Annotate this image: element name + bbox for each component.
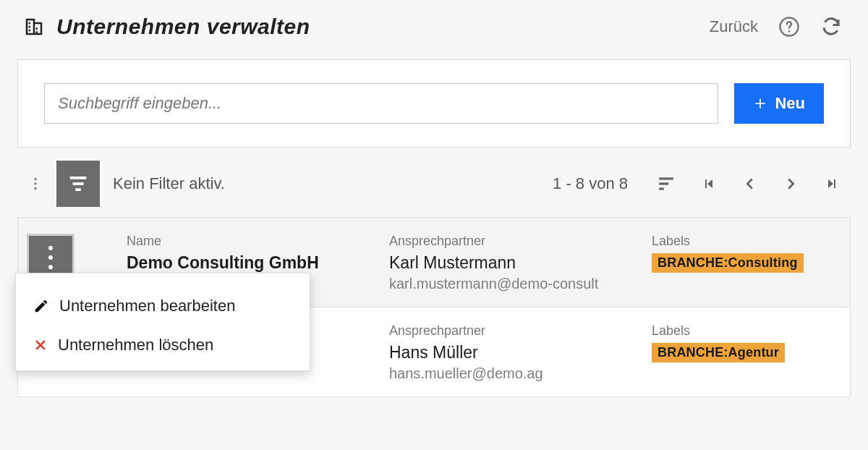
search-row: Neu: [18, 60, 850, 147]
svg-point-12: [48, 255, 53, 260]
prev-page-icon[interactable]: [742, 176, 758, 192]
search-input[interactable]: [44, 83, 718, 124]
sort-icon[interactable]: [657, 175, 676, 192]
contact-cell: Ansprechpartner Hans Müller hans.mueller…: [389, 323, 652, 382]
edit-company-label: Unternehmen bearbeiten: [59, 297, 235, 315]
svg-point-2: [34, 178, 37, 181]
column-label-contact: Ansprechpartner: [389, 323, 652, 339]
edit-company-item[interactable]: Unternehmen bearbeiten: [16, 286, 310, 326]
svg-rect-9: [659, 182, 668, 184]
close-icon: [33, 338, 48, 352]
svg-rect-6: [73, 182, 84, 185]
next-page-icon[interactable]: [783, 176, 799, 192]
pager-text: 1 - 8 von 8: [553, 174, 628, 193]
svg-point-13: [48, 265, 53, 269]
last-page-icon[interactable]: [823, 175, 841, 192]
svg-point-4: [34, 187, 37, 190]
more-vert-icon[interactable]: [27, 176, 43, 192]
labels-cell: Labels BRANCHE:Consulting: [652, 234, 840, 292]
page-header: Unternehmen verwalten Zurück: [0, 0, 868, 45]
label-tag: BRANCHE:Consulting: [652, 253, 804, 273]
page-header-left: Unternehmen verwalten: [23, 14, 310, 39]
column-label-labels: Labels: [652, 323, 840, 339]
svg-point-1: [788, 30, 791, 33]
column-label-name: Name: [127, 234, 389, 249]
delete-company-item[interactable]: Unternehmen löschen: [16, 326, 310, 365]
page-title: Unternehmen verwalten: [56, 14, 310, 39]
svg-rect-5: [70, 177, 87, 179]
page-header-right: Zurück: [710, 16, 842, 38]
plus-icon: [753, 96, 767, 111]
help-icon[interactable]: [778, 16, 800, 38]
edit-icon: [33, 298, 49, 314]
contact-email: hans.mueller@demo.ag: [389, 365, 652, 382]
back-link[interactable]: Zurück: [710, 17, 758, 36]
company-list: Name Demo Consulting GmbH Ansprechpartne…: [17, 217, 851, 397]
contact-email: karl.mustermann@demo-consult: [389, 276, 652, 292]
column-label-contact: Ansprechpartner: [389, 234, 652, 249]
label-tag: BRANCHE:Agentur: [652, 343, 785, 362]
svg-rect-10: [659, 187, 664, 190]
column-label-labels: Labels: [652, 234, 840, 249]
refresh-icon[interactable]: [820, 16, 842, 38]
new-button[interactable]: Neu: [734, 83, 824, 124]
list-toolbar: Kein Filter aktiv. 1 - 8 von 8: [17, 158, 851, 210]
contact-name: Karl Mustermann: [389, 253, 652, 273]
toolbar-right: 1 - 8 von 8: [553, 174, 841, 193]
toolbar-left: Kein Filter aktiv.: [27, 161, 225, 207]
svg-point-3: [34, 182, 37, 185]
svg-rect-8: [659, 177, 673, 179]
new-button-label: Neu: [775, 94, 805, 113]
first-page-icon[interactable]: [700, 175, 718, 192]
labels-cell: Labels BRANCHE:Agentur: [652, 323, 840, 382]
search-panel: Neu: [17, 59, 851, 148]
row-context-menu: Unternehmen bearbeiten Unternehmen lösch…: [15, 273, 310, 371]
contact-name: Hans Müller: [389, 343, 652, 362]
delete-company-label: Unternehmen löschen: [58, 336, 213, 355]
building-icon: [23, 16, 45, 38]
filter-button[interactable]: [56, 161, 100, 207]
table-row[interactable]: Name Demo Consulting GmbH Ansprechpartne…: [18, 218, 850, 307]
svg-point-11: [48, 246, 53, 250]
svg-rect-7: [75, 188, 81, 191]
company-name: Demo Consulting GmbH: [127, 253, 389, 273]
filter-status: Kein Filter aktiv.: [113, 174, 225, 193]
contact-cell: Ansprechpartner Karl Mustermann karl.mus…: [389, 234, 652, 292]
